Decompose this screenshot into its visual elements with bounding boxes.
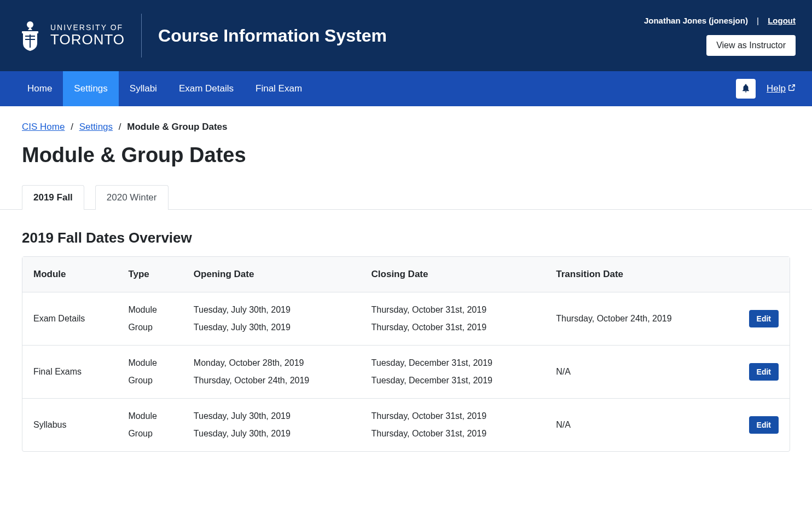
- type-label: Module: [128, 354, 171, 372]
- tab-2019-fall[interactable]: 2019 Fall: [22, 185, 84, 210]
- column-header: Transition Date: [545, 257, 723, 292]
- closing-date-cell: Tuesday, December 31st, 2019Tuesday, Dec…: [361, 346, 546, 399]
- date-value: Monday, October 28th, 2019: [194, 354, 350, 372]
- user-row: Jonathan Jones (jonesjon) | Logout: [644, 16, 796, 25]
- type-cell: ModuleGroup: [117, 346, 182, 399]
- table-row: SyllabusModuleGroupTuesday, July 30th, 2…: [22, 399, 790, 451]
- type-label: Module: [128, 301, 171, 319]
- tab-2020-winter[interactable]: 2020 Winter: [95, 185, 169, 210]
- type-cell: ModuleGroup: [117, 399, 182, 451]
- section-title: 2019 Fall Dates Overview: [22, 229, 790, 246]
- edit-button[interactable]: Edit: [749, 416, 779, 434]
- university-name-bottom: TORONTO: [50, 32, 125, 48]
- column-header: Type: [117, 257, 182, 292]
- primary-nav: HomeSettingsSyllabiExam DetailsFinal Exa…: [0, 71, 812, 106]
- logo-section: UNIVERSITY OF TORONTO: [16, 19, 125, 52]
- nav-item-final-exam[interactable]: Final Exam: [245, 71, 313, 106]
- module-name-cell: Exam Details: [22, 292, 117, 346]
- external-link-icon: [788, 83, 796, 94]
- column-header: Closing Date: [361, 257, 546, 292]
- breadcrumb-sep-icon: /: [119, 122, 121, 132]
- column-header: [723, 257, 790, 292]
- transition-date-cell: N/A: [545, 346, 723, 399]
- table-row: Final ExamsModuleGroupMonday, October 28…: [22, 346, 790, 399]
- help-link-label: Help: [767, 83, 786, 94]
- opening-date-cell: Tuesday, July 30th, 2019Tuesday, July 30…: [183, 399, 361, 451]
- column-header: Opening Date: [183, 257, 361, 292]
- university-crest-icon: [16, 19, 44, 52]
- date-value: Thursday, October 31st, 2019: [372, 301, 535, 319]
- table-header-row: ModuleTypeOpening DateClosing DateTransi…: [22, 257, 790, 292]
- header-banner: UNIVERSITY OF TORONTO Course Information…: [0, 0, 812, 71]
- nav-item-home[interactable]: Home: [16, 71, 63, 106]
- nav-item-syllabi[interactable]: Syllabi: [119, 71, 168, 106]
- edit-button[interactable]: Edit: [749, 310, 779, 327]
- date-value: Tuesday, December 31st, 2019: [372, 354, 535, 372]
- type-label: Group: [128, 372, 171, 389]
- date-value: Tuesday, July 30th, 2019: [194, 407, 350, 425]
- breadcrumb-settings[interactable]: Settings: [79, 122, 113, 132]
- separator-icon: |: [757, 16, 759, 25]
- date-value: Thursday, October 24th, 2019: [194, 372, 350, 389]
- user-label: Jonathan Jones (jonesjon): [644, 16, 748, 25]
- date-value: Tuesday, July 30th, 2019: [194, 425, 350, 442]
- opening-date-cell: Tuesday, July 30th, 2019Tuesday, July 30…: [183, 292, 361, 346]
- module-name-cell: Final Exams: [22, 346, 117, 399]
- table-row: Exam DetailsModuleGroupTuesday, July 30t…: [22, 292, 790, 346]
- help-link[interactable]: Help: [767, 83, 796, 94]
- breadcrumb-home[interactable]: CIS Home: [22, 122, 65, 132]
- nav-item-exam-details[interactable]: Exam Details: [168, 71, 245, 106]
- type-label: Module: [128, 407, 171, 425]
- date-value: Thursday, October 31st, 2019: [372, 425, 535, 442]
- closing-date-cell: Thursday, October 31st, 2019Thursday, Oc…: [361, 399, 546, 451]
- bell-icon: [741, 83, 751, 95]
- view-as-instructor-button[interactable]: View as Instructor: [706, 35, 796, 56]
- opening-date-cell: Monday, October 28th, 2019Thursday, Octo…: [183, 346, 361, 399]
- page-title: Module & Group Dates: [22, 143, 790, 167]
- university-wordmark: UNIVERSITY OF TORONTO: [50, 24, 125, 48]
- actions-cell: Edit: [723, 292, 790, 346]
- transition-date-cell: Thursday, October 24th, 2019: [545, 292, 723, 346]
- breadcrumb: CIS Home / Settings / Module & Group Dat…: [22, 122, 790, 133]
- transition-date-cell: N/A: [545, 399, 723, 451]
- university-name-top: UNIVERSITY OF: [50, 24, 125, 32]
- date-value: Thursday, October 31st, 2019: [372, 319, 535, 336]
- svg-rect-1: [22, 31, 38, 33]
- notifications-button[interactable]: [736, 79, 756, 99]
- column-header: Module: [22, 257, 117, 292]
- actions-cell: Edit: [723, 346, 790, 399]
- edit-button[interactable]: Edit: [749, 363, 779, 381]
- type-label: Group: [128, 319, 171, 336]
- breadcrumb-sep-icon: /: [71, 122, 73, 132]
- nav-item-settings[interactable]: Settings: [63, 71, 118, 106]
- date-value: Tuesday, July 30th, 2019: [194, 301, 350, 319]
- header-divider-icon: [141, 14, 142, 58]
- main-content: CIS Home / Settings / Module & Group Dat…: [0, 106, 812, 467]
- system-title: Course Information System: [158, 26, 387, 46]
- closing-date-cell: Thursday, October 31st, 2019Thursday, Oc…: [361, 292, 546, 346]
- type-cell: ModuleGroup: [117, 292, 182, 346]
- actions-cell: Edit: [723, 399, 790, 451]
- date-value: Tuesday, December 31st, 2019: [372, 372, 535, 389]
- header-right: Jonathan Jones (jonesjon) | Logout View …: [644, 16, 796, 56]
- module-name-cell: Syllabus: [22, 399, 117, 451]
- logout-link[interactable]: Logout: [768, 16, 796, 25]
- term-tabs: 2019 Fall2020 Winter: [0, 185, 812, 210]
- breadcrumb-current: Module & Group Dates: [127, 122, 227, 132]
- dates-table: ModuleTypeOpening DateClosing DateTransi…: [22, 256, 790, 452]
- svg-rect-4: [30, 34, 31, 48]
- type-label: Group: [128, 425, 171, 442]
- date-value: Tuesday, July 30th, 2019: [194, 319, 350, 336]
- date-value: Thursday, October 31st, 2019: [372, 407, 535, 425]
